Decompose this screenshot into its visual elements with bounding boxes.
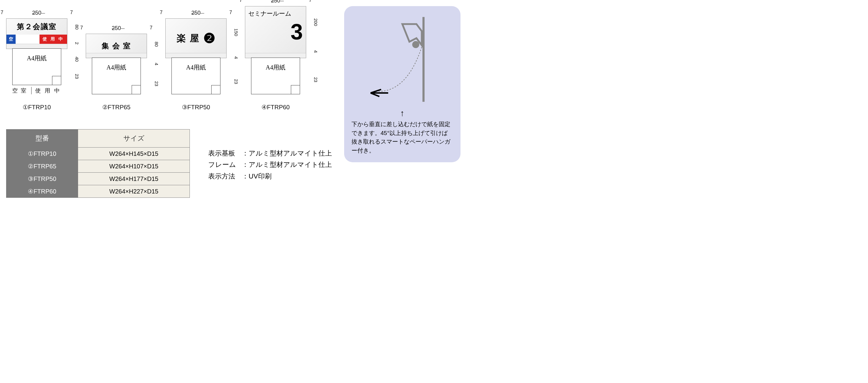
product-ftrp65: 7 250 7 80 4 23 集 会 室 A4用紙 — [86, 34, 147, 111]
vacancy-slider: 空 使 用 中 — [6, 35, 67, 44]
plate-title: 第２会議室 — [17, 22, 57, 32]
table-row: ④FTRP60W264×H227×D15 — [6, 185, 190, 198]
table-row: ①FTRP10W264×H145×D15 — [6, 148, 190, 160]
a4-paper: A4用紙 — [12, 49, 61, 85]
plate-title: 集 会 室 — [102, 41, 131, 51]
dimension-heights: 200 4 23 — [307, 6, 318, 94]
paper-hanger-illustration: ↑ 下から垂直に差し込むだけで紙を固定できます。45°以上持ち上げて引けば抜き取… — [344, 6, 461, 162]
table-header-model: 型番 — [6, 129, 78, 148]
product-ftrp50: 7 250 7 150 4 23 楽 屋 ❷ — [165, 19, 226, 111]
products-row: 7 250 7 80 2 40 23 第２会議室 — [6, 6, 332, 111]
table-row: ②FTRP65W264×H107×D15 — [6, 160, 190, 173]
sign-plate: 集 会 室 — [86, 34, 147, 58]
svg-point-1 — [412, 41, 419, 48]
plate-title: 楽 屋 — [177, 32, 199, 45]
product-ftrp10: 7 250 7 80 2 40 23 第２会議室 — [6, 19, 67, 111]
vacancy-legend: 空 室 使 用 中 — [12, 87, 61, 94]
a4-paper: A4用紙 — [172, 58, 220, 94]
plate-number: 3 — [290, 21, 303, 43]
a4-paper: A4用紙 — [251, 58, 300, 94]
arrow-up-icon: ↑ — [351, 108, 453, 118]
product-ftrp60: 7 250 7 200 4 23 セミナールーム 3 — [245, 6, 306, 111]
sign-plate: セミナールーム 3 — [245, 6, 306, 58]
spec-table: 型番 サイズ ①FTRP10W264×H145×D15 ②FTRP65W264×… — [6, 129, 190, 198]
dimension-heights: 80 4 23 — [148, 34, 159, 94]
sign-plate: 楽 屋 ❷ — [165, 19, 226, 58]
plate-number-badge: ❷ — [203, 32, 215, 45]
dimension-width: 7 250 7 — [6, 10, 67, 16]
dimension-width: 7 250 7 — [165, 10, 226, 16]
dimension-heights: 80 2 40 23 — [69, 19, 80, 85]
dimension-width: 7 250 7 — [86, 25, 147, 32]
usage-note: 下から垂直に差し込むだけで紙を固定できます。45°以上持ち上げて引けば抜き取れる… — [351, 120, 453, 155]
sign-plate: 第２会議室 空 使 用 中 — [6, 19, 67, 49]
product-code: ②FTRP65 — [102, 103, 130, 111]
dimension-width: 7 250 7 — [245, 0, 306, 4]
specifications: 表示基板：アルミ型材アルマイト仕上 フレーム：アルミ型材アルマイト仕上 表示方法… — [208, 148, 332, 182]
table-header-size: サイズ — [78, 129, 190, 148]
a4-paper: A4用紙 — [92, 58, 141, 94]
table-row: ③FTRP50W264×H177×D15 — [6, 173, 190, 185]
plate-title: セミナールーム — [248, 9, 291, 18]
product-code: ④FTRP60 — [261, 103, 290, 111]
product-code: ①FTRP10 — [23, 103, 51, 111]
dimension-heights: 150 4 23 — [228, 19, 239, 94]
hanger-cross-section-icon — [351, 13, 453, 105]
product-code: ③FTRP50 — [182, 103, 210, 111]
